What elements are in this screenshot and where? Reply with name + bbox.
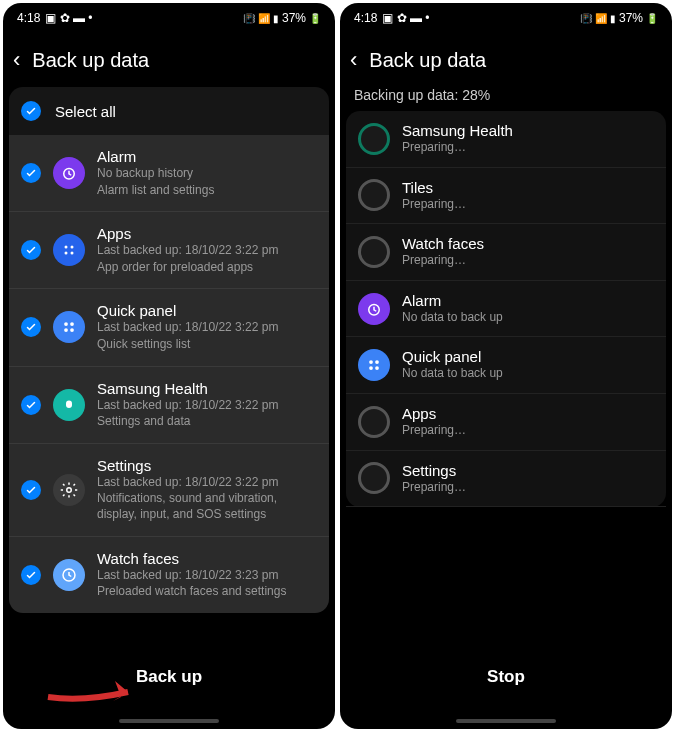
status-left: 4:18 ▣ ✿ ▬ • [17, 11, 93, 25]
list-item[interactable]: Apps Last backed up: 18/10/22 3:22 pm Ap… [9, 212, 329, 289]
list-item[interactable]: Samsung Health Last backed up: 18/10/22 … [9, 367, 329, 444]
select-all-checkbox[interactable] [21, 101, 41, 121]
item-title: Tiles [402, 179, 466, 196]
item-checkbox[interactable] [21, 163, 41, 183]
status-right: 📳 📶 ▮ 37% 🔋 [580, 11, 658, 25]
item-title: Samsung Health [402, 122, 513, 139]
status-bar: 4:18 ▣ ✿ ▬ • 📳 📶 ▮ 37% 🔋 [340, 3, 672, 33]
item-sub: Last backed up: 18/10/22 3:23 pm [97, 568, 286, 584]
item-text: Alarm No backup history Alarm list and s… [97, 148, 214, 198]
item-sub: Preparing… [402, 140, 513, 156]
battery-icon: 🔋 [646, 13, 658, 24]
list-item: Settings Preparing… [346, 451, 666, 508]
watch-faces-icon [53, 559, 85, 591]
svg-point-14 [369, 366, 373, 370]
item-title: Apps [97, 225, 278, 242]
list-item: Samsung Health Preparing… [346, 111, 666, 168]
item-text: Tiles Preparing… [402, 179, 466, 213]
status-app-icons: ▣ ✿ ▬ • [382, 11, 429, 25]
battery-pct: 37% [619, 11, 643, 25]
item-checkbox[interactable] [21, 565, 41, 585]
alarm-icon [358, 293, 390, 325]
svg-point-5 [64, 323, 68, 327]
item-sub: Preparing… [402, 253, 484, 269]
item-title: Apps [402, 405, 466, 422]
item-checkbox[interactable] [21, 395, 41, 415]
back-button[interactable]: ‹ [13, 47, 20, 73]
wifi-icon: 📶 [595, 13, 607, 24]
item-checkbox[interactable] [21, 240, 41, 260]
alarm-icon [53, 157, 85, 189]
bottom-button-area: Stop [340, 507, 672, 729]
svg-point-8 [70, 329, 74, 333]
svg-point-6 [70, 323, 74, 327]
list-item[interactable]: Quick panel Last backed up: 18/10/22 3:2… [9, 289, 329, 366]
header: ‹ Back up data [3, 33, 335, 83]
item-title: Quick panel [97, 302, 278, 319]
svg-point-2 [71, 246, 74, 249]
wifi-icon: 📶 [258, 13, 270, 24]
select-all-label: Select all [55, 103, 116, 120]
progress-ring-icon [358, 123, 390, 155]
vibrate-icon: 📳 [580, 13, 592, 24]
backup-list: Alarm No backup history Alarm list and s… [9, 135, 329, 613]
page-title: Back up data [32, 49, 149, 72]
list-item: Watch faces Preparing… [346, 224, 666, 281]
item-text: Settings Last backed up: 18/10/22 3:22 p… [97, 457, 317, 523]
item-desc: Notifications, sound and vibration, disp… [97, 491, 317, 522]
progress-ring-icon [358, 462, 390, 494]
back-button[interactable]: ‹ [350, 47, 357, 73]
progress-ring-icon [358, 406, 390, 438]
svg-point-7 [64, 329, 68, 333]
item-title: Alarm [402, 292, 503, 309]
item-sub: Last backed up: 18/10/22 3:22 pm [97, 475, 317, 491]
item-sub: Last backed up: 18/10/22 3:22 pm [97, 243, 278, 259]
status-left: 4:18 ▣ ✿ ▬ • [354, 11, 430, 25]
phone-right: 4:18 ▣ ✿ ▬ • 📳 📶 ▮ 37% 🔋 ‹ Back up data … [340, 3, 672, 729]
quick-panel-icon [358, 349, 390, 381]
page-title: Back up data [369, 49, 486, 72]
list-item[interactable]: Settings Last backed up: 18/10/22 3:22 p… [9, 444, 329, 537]
item-sub: No data to back up [402, 366, 503, 382]
signal-icon: ▮ [273, 13, 279, 24]
item-sub: Preparing… [402, 423, 466, 439]
stop-button[interactable]: Stop [487, 667, 525, 687]
item-desc: Quick settings list [97, 337, 278, 353]
item-desc: Settings and data [97, 414, 278, 430]
item-checkbox[interactable] [21, 317, 41, 337]
select-all-row[interactable]: Select all [9, 87, 329, 135]
status-app-icons: ▣ ✿ ▬ • [45, 11, 92, 25]
svg-point-15 [375, 366, 379, 370]
status-bar: 4:18 ▣ ✿ ▬ • 📳 📶 ▮ 37% 🔋 [3, 3, 335, 33]
list-item[interactable]: Alarm No backup history Alarm list and s… [9, 135, 329, 212]
item-checkbox[interactable] [21, 480, 41, 500]
progress-ring-icon [358, 179, 390, 211]
item-title: Alarm [97, 148, 214, 165]
item-text: Quick panel Last backed up: 18/10/22 3:2… [97, 302, 278, 352]
item-text: Apps Last backed up: 18/10/22 3:22 pm Ap… [97, 225, 278, 275]
progress-text: Backing up data: 28% [340, 83, 672, 111]
home-indicator[interactable] [456, 719, 556, 723]
home-indicator[interactable] [119, 719, 219, 723]
progress-list: Samsung Health Preparing… Tiles Preparin… [346, 111, 666, 507]
vibrate-icon: 📳 [243, 13, 255, 24]
status-time: 4:18 [17, 11, 40, 25]
item-title: Settings [97, 457, 317, 474]
item-title: Quick panel [402, 348, 503, 365]
item-desc: App order for preloaded apps [97, 260, 278, 276]
battery-pct: 37% [282, 11, 306, 25]
status-right: 📳 📶 ▮ 37% 🔋 [243, 11, 321, 25]
item-title: Settings [402, 462, 466, 479]
header: ‹ Back up data [340, 33, 672, 83]
battery-icon: 🔋 [309, 13, 321, 24]
item-text: Samsung Health Last backed up: 18/10/22 … [97, 380, 278, 430]
backup-button[interactable]: Back up [136, 667, 202, 687]
svg-point-3 [65, 252, 68, 255]
item-sub: Preparing… [402, 480, 466, 496]
list-item[interactable]: Watch faces Last backed up: 18/10/22 3:2… [9, 537, 329, 613]
item-sub: Last backed up: 18/10/22 3:22 pm [97, 398, 278, 414]
svg-point-1 [65, 246, 68, 249]
quick-panel-icon [53, 311, 85, 343]
item-sub: No data to back up [402, 310, 503, 326]
svg-point-9 [67, 487, 72, 492]
